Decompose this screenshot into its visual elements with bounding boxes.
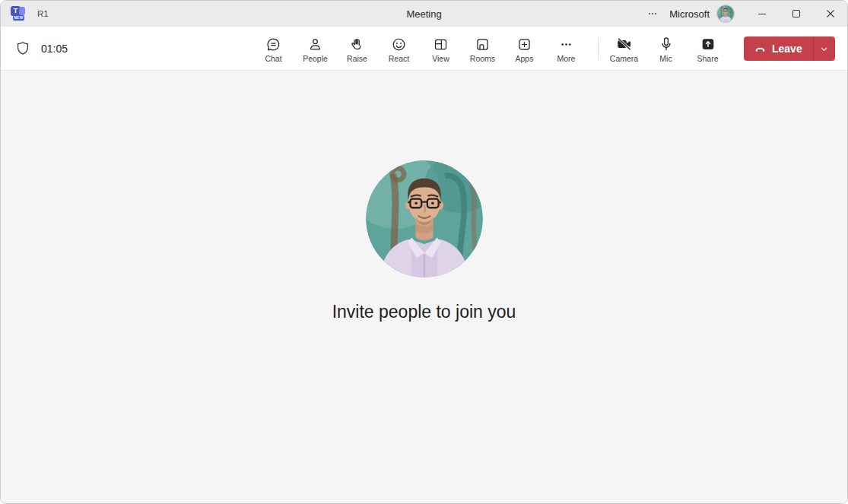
titlebar-app-badge: R1 <box>37 9 49 18</box>
maximize-icon <box>791 8 802 19</box>
toolbar-center: Chat People <box>252 27 587 70</box>
titlebar-left: T NEW R1 <box>1 1 49 27</box>
view-button-label: View <box>432 55 449 63</box>
react-button-label: React <box>389 55 409 63</box>
chat-bubble-icon <box>265 36 281 52</box>
apps-plus-icon <box>516 36 532 52</box>
raise-hand-button[interactable]: Raise <box>336 27 378 70</box>
more-button[interactable]: More <box>545 27 587 70</box>
teams-meeting-window: T NEW R1 Meeting Microsoft <box>0 0 848 504</box>
rooms-icon <box>475 36 491 52</box>
brand-label: Microsoft <box>669 8 710 20</box>
raise-hand-button-label: Raise <box>347 55 367 63</box>
camera-off-icon <box>616 36 633 52</box>
meeting-stage: Invite people to join you <box>1 71 847 503</box>
toolbar-divider <box>598 37 599 60</box>
more-dots-icon <box>558 36 574 52</box>
camera-button-label: Camera <box>610 55 638 63</box>
titlebar-right: Microsoft <box>637 1 847 27</box>
view-grid-icon <box>433 36 449 52</box>
rooms-button-label: Rooms <box>470 55 495 63</box>
apps-button-label: Apps <box>516 55 534 63</box>
rooms-button[interactable]: Rooms <box>462 27 503 70</box>
mic-icon <box>658 36 675 52</box>
share-button[interactable]: Share <box>687 27 729 70</box>
react-smiley-icon <box>391 36 407 52</box>
toolbar-left: 01:05 <box>14 27 68 70</box>
hangup-icon <box>754 43 767 55</box>
invite-message: Invite people to join you <box>332 302 516 322</box>
people-button-label: People <box>303 55 328 63</box>
minimize-button[interactable] <box>745 1 779 27</box>
toolbar-media: Camera Mic <box>603 27 729 70</box>
account-avatar[interactable] <box>717 5 734 22</box>
chat-button-label: Chat <box>265 55 281 63</box>
mic-toggle-button[interactable]: Mic <box>645 27 687 70</box>
view-button[interactable]: View <box>420 27 462 70</box>
teams-new-badge: NEW <box>13 15 24 21</box>
maximize-button[interactable] <box>779 1 813 27</box>
leave-button[interactable]: Leave <box>744 36 813 61</box>
mic-button-label: Mic <box>659 55 672 63</box>
leave-button-label: Leave <box>772 43 802 55</box>
teams-app-icon[interactable]: T NEW <box>11 5 26 23</box>
meeting-toolbar: 01:05 Chat People <box>1 27 847 71</box>
leave-options-button[interactable] <box>813 36 835 61</box>
chevron-down-icon <box>818 43 830 55</box>
camera-toggle-button[interactable]: Camera <box>603 27 645 70</box>
people-button[interactable]: People <box>294 27 336 70</box>
leave-button-group: Leave <box>744 36 835 61</box>
teams-person-icon <box>19 7 25 15</box>
participant-avatar <box>366 160 483 277</box>
window-title: Meeting <box>406 8 441 20</box>
shield-icon <box>14 40 31 57</box>
share-button-label: Share <box>697 55 718 63</box>
close-icon <box>825 8 836 19</box>
share-screen-icon <box>700 36 716 52</box>
titlebar-more-button[interactable] <box>637 1 668 27</box>
close-button[interactable] <box>813 1 847 27</box>
react-button[interactable]: React <box>378 27 420 70</box>
more-dots-icon <box>646 8 659 20</box>
titlebar: T NEW R1 Meeting Microsoft <box>1 1 847 27</box>
apps-button[interactable]: Apps <box>503 27 545 70</box>
more-button-label: More <box>557 55 576 63</box>
meeting-timer: 01:05 <box>41 43 68 55</box>
raise-hand-icon <box>349 36 365 52</box>
chat-button[interactable]: Chat <box>252 27 294 70</box>
minimize-icon <box>757 8 767 19</box>
people-icon <box>307 36 323 52</box>
